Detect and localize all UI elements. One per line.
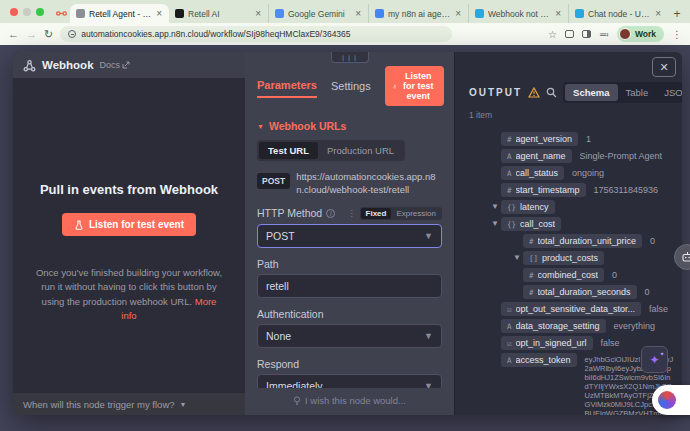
- schema-key-pill[interactable]: Aaccess_token: [501, 353, 577, 367]
- test-url-tab[interactable]: Test URL: [259, 142, 318, 159]
- tab-groups-icon[interactable]: [565, 30, 574, 38]
- browser-tab[interactable]: Chat node - Use full tra...×: [568, 4, 668, 23]
- schema-row[interactable]: #start_timestamp1756311845936: [469, 183, 674, 197]
- schema-row[interactable]: ▼{}latency: [469, 200, 674, 214]
- schema-key-pill[interactable]: Adata_storage_setting: [501, 319, 606, 333]
- browser-tab[interactable]: Retell AI×: [169, 4, 268, 23]
- search-icon[interactable]: [546, 87, 557, 98]
- tab-close-icon[interactable]: ×: [554, 8, 562, 19]
- schema-row[interactable]: Acall_statusongoing: [469, 166, 674, 180]
- profile-avatar: [619, 28, 631, 40]
- chevron-down-icon[interactable]: ▼: [491, 202, 501, 211]
- browser-tab[interactable]: Retell Agent - n8n×: [70, 4, 169, 23]
- schema-row[interactable]: ☑opt_out_sensitive_data_stor...false: [469, 302, 674, 316]
- production-url-tab[interactable]: Production URL: [318, 142, 403, 159]
- back-icon[interactable]: ←: [8, 29, 19, 40]
- ai-sparkle-button[interactable]: ✦: [641, 346, 668, 373]
- webhook-url-display[interactable]: POST https://automationcookies.app.n8n.c…: [257, 170, 442, 197]
- listen-test-event-button-top[interactable]: Listen for test event: [385, 66, 444, 106]
- toggle-option[interactable]: Expression: [391, 208, 441, 219]
- param-field: RespondImmediately▼: [257, 358, 442, 388]
- schema-key-pill[interactable]: Acall_status: [501, 166, 564, 180]
- param-field: HTTP Methodi⋮FixedExpressionPOST▼: [257, 207, 442, 248]
- schema-row[interactable]: #combined_cost0: [469, 268, 674, 282]
- panel-drag-handle[interactable]: ❘❘❘: [331, 52, 369, 63]
- close-icon[interactable]: ✕: [652, 57, 676, 77]
- webhook-urls-section[interactable]: ▼ Webhook URLs: [257, 120, 442, 132]
- profile-button[interactable]: Work: [617, 26, 664, 42]
- output-tab-json[interactable]: JSON: [656, 84, 682, 101]
- tab-close-icon[interactable]: ×: [155, 8, 163, 19]
- chevron-down-icon[interactable]: ▼: [513, 253, 523, 262]
- window-minimize-button[interactable]: [23, 8, 31, 16]
- schema-key-pill[interactable]: ☑opt_out_sensitive_data_stor...: [501, 302, 641, 316]
- extensions-icon[interactable]: ≕: [599, 29, 609, 40]
- schema-row[interactable]: ▼{}call_cost: [469, 217, 674, 231]
- tab-close-icon[interactable]: ×: [654, 8, 662, 19]
- browser-tab[interactable]: my n8n ai agent isn't get...×: [368, 4, 468, 23]
- side-panel-icon[interactable]: [582, 30, 591, 38]
- tab-close-icon[interactable]: ×: [354, 8, 362, 19]
- output-tab-schema[interactable]: Schema: [565, 84, 617, 101]
- schema-row[interactable]: #total_duration_unit_price0: [469, 234, 674, 248]
- trigger-hint: Once you've finished building your workf…: [35, 266, 223, 323]
- string-type-icon: A: [507, 322, 512, 331]
- webhook-test-url: https://automationcookies.app.n8n.cloud/…: [296, 170, 442, 197]
- window-maximize-button[interactable]: [36, 8, 44, 16]
- browser-tab[interactable]: Webhook not pulling dat...×: [468, 4, 568, 23]
- schema-key-pill[interactable]: Aagent_name: [501, 149, 572, 163]
- tab-favicon: [575, 9, 584, 18]
- schema-row[interactable]: Adata_storage_settingeverything: [469, 319, 674, 333]
- window-controls: [4, 0, 52, 23]
- schema-key: total_duration_unit_price: [538, 236, 637, 246]
- tab-parameters[interactable]: Parameters: [257, 79, 317, 98]
- schema-key-pill[interactable]: {}call_cost: [501, 217, 561, 231]
- field-select[interactable]: None▼: [257, 324, 442, 348]
- new-tab-button[interactable]: +: [668, 4, 686, 23]
- docs-link[interactable]: Docs: [100, 60, 131, 70]
- browser-tab[interactable]: Google Gemini×: [268, 4, 368, 23]
- chat-widget-button[interactable]: [652, 385, 690, 415]
- bookmark-star-icon[interactable]: ☆: [548, 29, 557, 40]
- address-bar[interactable]: automationcookies.app.n8n.cloud/workflow…: [60, 26, 452, 42]
- node-wish-link[interactable]: I wish this node would...: [245, 388, 454, 415]
- tab-strip: Retell Agent - n8n×Retell AI×Google Gemi…: [0, 0, 690, 23]
- chevron-down-icon[interactable]: ▼: [491, 219, 501, 228]
- number-type-icon: #: [529, 271, 534, 280]
- site-info-icon[interactable]: [68, 30, 76, 38]
- fixed-expression-toggle[interactable]: FixedExpression: [360, 207, 442, 220]
- tab-title: Retell Agent - n8n: [89, 9, 151, 19]
- schema-key-pill[interactable]: {}latency: [501, 200, 555, 214]
- forward-icon[interactable]: →: [26, 29, 37, 40]
- schema-key-pill[interactable]: #combined_cost: [523, 268, 604, 282]
- schema-key-pill[interactable]: #total_duration_unit_price: [523, 234, 642, 248]
- toggle-option[interactable]: Fixed: [361, 208, 392, 219]
- pinned-tab[interactable]: [52, 4, 70, 23]
- window-close-button[interactable]: [10, 8, 18, 16]
- schema-row[interactable]: #total_duration_seconds0: [469, 285, 674, 299]
- reload-icon[interactable]: ↻: [44, 29, 53, 40]
- schema-row[interactable]: #agent_version1: [469, 132, 674, 146]
- schema-key-pill[interactable]: #total_duration_seconds: [523, 285, 637, 299]
- tab-settings[interactable]: Settings: [331, 80, 371, 97]
- schema-key-pill[interactable]: #start_timestamp: [501, 183, 586, 197]
- object-type-icon: {}: [507, 220, 516, 229]
- url-text: automationcookies.app.n8n.cloud/workflow…: [81, 29, 350, 39]
- schema-key-pill[interactable]: #agent_version: [501, 132, 578, 146]
- trigger-footer[interactable]: When will this node trigger my flow? ▼: [13, 393, 245, 415]
- schema-row[interactable]: Aagent_nameSingle-Prompt Agent: [469, 149, 674, 163]
- schema-key-pill[interactable]: ☑opt_in_signed_url: [501, 336, 593, 350]
- field-label: HTTP Method: [257, 207, 322, 219]
- field-select[interactable]: POST▼: [257, 224, 442, 248]
- kebab-dots-icon[interactable]: ⋮: [348, 209, 356, 218]
- schema-row[interactable]: ▼[]product_costs: [469, 251, 674, 265]
- field-input[interactable]: retell: [257, 274, 442, 298]
- listen-test-event-button[interactable]: Listen for test event: [62, 213, 196, 236]
- output-tab-table[interactable]: Table: [618, 84, 657, 101]
- field-select[interactable]: Immediately▼: [257, 374, 442, 388]
- schema-value: 0: [612, 270, 617, 281]
- tab-close-icon[interactable]: ×: [454, 8, 462, 19]
- tab-close-icon[interactable]: ×: [254, 8, 262, 19]
- browser-menu-icon[interactable]: ⋮: [672, 29, 682, 40]
- schema-key-pill[interactable]: []product_costs: [523, 251, 604, 265]
